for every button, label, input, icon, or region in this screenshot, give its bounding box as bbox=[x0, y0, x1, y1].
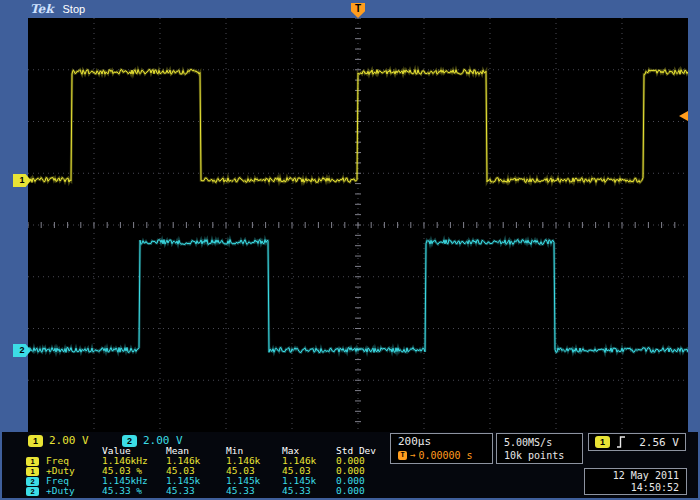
row-channel-badge: 1 bbox=[26, 467, 39, 476]
time-value: 14:50:52 bbox=[585, 482, 679, 494]
top-bar: Tek Stop bbox=[0, 0, 700, 18]
rising-edge-icon bbox=[616, 436, 626, 448]
graticule-display bbox=[28, 18, 688, 432]
date-value: 12 May 2011 bbox=[585, 470, 679, 482]
row-channel-badge: 1 bbox=[26, 457, 39, 466]
trigger-level-value: 2.56 V bbox=[639, 436, 679, 449]
readout-panel: 1 2.00 V 2 2.00 V 200µs T → 0.00000 s 5.… bbox=[2, 432, 698, 498]
measurements-table: Value Mean Min Max Std Dev 1 Freq 1.146k… bbox=[26, 446, 396, 496]
measurement-value: 45.33 % bbox=[102, 486, 166, 496]
measurement-label: +Duty bbox=[46, 486, 102, 496]
tek-logo: Tek bbox=[30, 2, 54, 16]
ch1-badge: 1 bbox=[28, 435, 43, 447]
arrow-right-icon: → bbox=[410, 449, 415, 462]
record-length-value: 10k points bbox=[504, 449, 582, 462]
trigger-position-readout: T → 0.00000 s bbox=[398, 449, 492, 462]
row-channel-badge: 2 bbox=[26, 487, 39, 496]
measurement-min: 45.33 bbox=[226, 486, 282, 496]
trigger-source-badge: 1 bbox=[595, 436, 610, 448]
trigger-flag-label: T bbox=[355, 3, 361, 14]
row-channel-badge: 2 bbox=[26, 477, 39, 486]
oscilloscope-screen: Tek Stop T 1 2 1 2.00 V 2 2.00 V 200µs T… bbox=[0, 0, 700, 500]
ch2-marker-label: 2 bbox=[19, 345, 24, 355]
trigger-position-icon: T bbox=[398, 451, 407, 460]
trigger-readout: 1 2.56 V bbox=[588, 433, 686, 451]
measurement-max: 45.33 bbox=[282, 486, 336, 496]
measurement-row: 2 +Duty 45.33 % 45.33 45.33 45.33 0.000 bbox=[26, 486, 396, 496]
datetime-readout: 12 May 2011 14:50:52 bbox=[584, 468, 687, 495]
timebase-readout: 200µs T → 0.00000 s bbox=[390, 433, 493, 464]
acquisition-status: Stop bbox=[63, 3, 86, 15]
trigger-position-value: 0.00000 s bbox=[418, 449, 472, 462]
timebase-value: 200µs bbox=[398, 435, 492, 449]
measurement-mean: 45.33 bbox=[166, 486, 226, 496]
ch1-marker-label: 1 bbox=[19, 175, 24, 185]
sample-rate-value: 5.00MS/s bbox=[504, 436, 582, 449]
acquisition-readout: 5.00MS/s 10k points bbox=[496, 433, 583, 464]
waveform-plot bbox=[28, 18, 688, 432]
trigger-level-arrow-icon bbox=[679, 111, 688, 121]
measurement-std: 0.000 bbox=[336, 486, 394, 496]
